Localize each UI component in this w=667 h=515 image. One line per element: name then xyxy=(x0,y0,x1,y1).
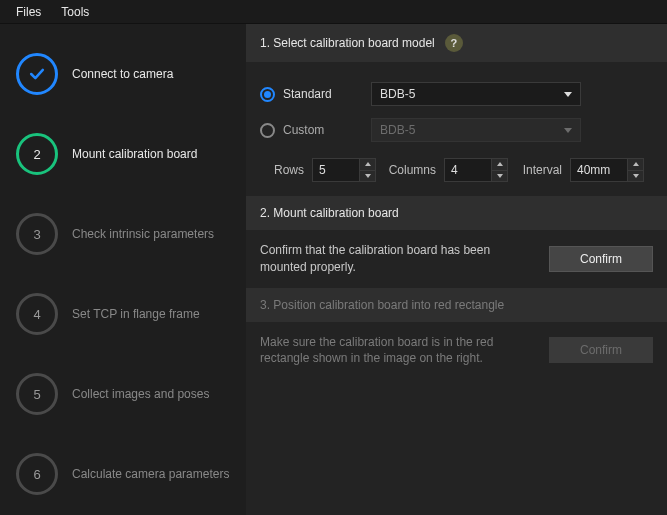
menu-tools[interactable]: Tools xyxy=(51,3,99,21)
step-label: Check intrinsic parameters xyxy=(72,227,214,241)
custom-select-value: BDB-5 xyxy=(380,123,415,137)
radio-standard-label: Standard xyxy=(283,87,363,101)
step-label: Calculate camera parameters xyxy=(72,467,229,481)
section3-body: Make sure the calibration board is in th… xyxy=(246,322,667,380)
standard-select-value: BDB-5 xyxy=(380,87,415,101)
section1-body: Standard BDB-5 Custom BDB-5 Rows 5 xyxy=(246,62,667,196)
radio-icon xyxy=(260,87,275,102)
interval-label: Interval xyxy=(516,163,562,177)
step-4[interactable]: 4Set TCP in flange frame xyxy=(16,274,236,354)
help-icon[interactable]: ? xyxy=(445,34,463,52)
step-circle: 6 xyxy=(16,453,58,495)
section3-text: Make sure the calibration board is in th… xyxy=(260,334,537,368)
section2-title: 2. Mount calibration board xyxy=(260,206,399,220)
step-label: Connect to camera xyxy=(72,67,173,81)
interval-down[interactable] xyxy=(628,170,643,182)
main-panel: 1. Select calibration board model ? Stan… xyxy=(246,24,667,515)
rows-up[interactable] xyxy=(360,159,375,170)
step-label: Mount calibration board xyxy=(72,147,197,161)
columns-value: 4 xyxy=(445,159,491,181)
step-label: Set TCP in flange frame xyxy=(72,307,200,321)
chevron-down-icon xyxy=(564,128,572,133)
step-circle: 2 xyxy=(16,133,58,175)
step-label: Collect images and poses xyxy=(72,387,209,401)
confirm-mount-button[interactable]: Confirm xyxy=(549,246,653,272)
menu-files[interactable]: Files xyxy=(6,3,51,21)
confirm-position-button: Confirm xyxy=(549,337,653,363)
section3-title: 3. Position calibration board into red r… xyxy=(260,298,504,312)
radio-icon xyxy=(260,123,275,138)
step-circle: 5 xyxy=(16,373,58,415)
radio-custom-label: Custom xyxy=(283,123,363,137)
section1-title: 1. Select calibration board model xyxy=(260,36,435,50)
step-circle: 3 xyxy=(16,213,58,255)
interval-value: 40mm xyxy=(571,159,627,181)
step-1[interactable]: Connect to camera xyxy=(16,34,236,114)
columns-spinner[interactable]: 4 xyxy=(444,158,508,182)
section2-text: Confirm that the calibration board has b… xyxy=(260,242,537,276)
rows-value: 5 xyxy=(313,159,359,181)
rows-label: Rows xyxy=(260,163,304,177)
chevron-down-icon xyxy=(564,92,572,97)
columns-label: Columns xyxy=(384,163,436,177)
rows-spinner[interactable]: 5 xyxy=(312,158,376,182)
interval-up[interactable] xyxy=(628,159,643,170)
step-6[interactable]: 6Calculate camera parameters xyxy=(16,434,236,514)
step-5[interactable]: 5Collect images and poses xyxy=(16,354,236,434)
rows-down[interactable] xyxy=(360,170,375,182)
section2-body: Confirm that the calibration board has b… xyxy=(246,230,667,288)
standard-select[interactable]: BDB-5 xyxy=(371,82,581,106)
step-circle: 4 xyxy=(16,293,58,335)
columns-up[interactable] xyxy=(492,159,507,170)
step-2[interactable]: 2Mount calibration board xyxy=(16,114,236,194)
custom-select: BDB-5 xyxy=(371,118,581,142)
grid-params-row: Rows 5 Columns 4 Interval 40mm xyxy=(260,148,653,182)
step-circle xyxy=(16,53,58,95)
columns-down[interactable] xyxy=(492,170,507,182)
section2-header: 2. Mount calibration board xyxy=(246,196,667,230)
section3-header: 3. Position calibration board into red r… xyxy=(246,288,667,322)
check-icon xyxy=(27,64,47,84)
menu-bar: Files Tools xyxy=(0,0,667,24)
steps-sidebar: Connect to camera2Mount calibration boar… xyxy=(0,24,246,515)
radio-custom[interactable]: Custom BDB-5 xyxy=(260,112,653,148)
section1-header: 1. Select calibration board model ? xyxy=(246,24,667,62)
content: Connect to camera2Mount calibration boar… xyxy=(0,24,667,515)
interval-spinner[interactable]: 40mm xyxy=(570,158,644,182)
radio-standard[interactable]: Standard BDB-5 xyxy=(260,76,653,112)
step-3[interactable]: 3Check intrinsic parameters xyxy=(16,194,236,274)
